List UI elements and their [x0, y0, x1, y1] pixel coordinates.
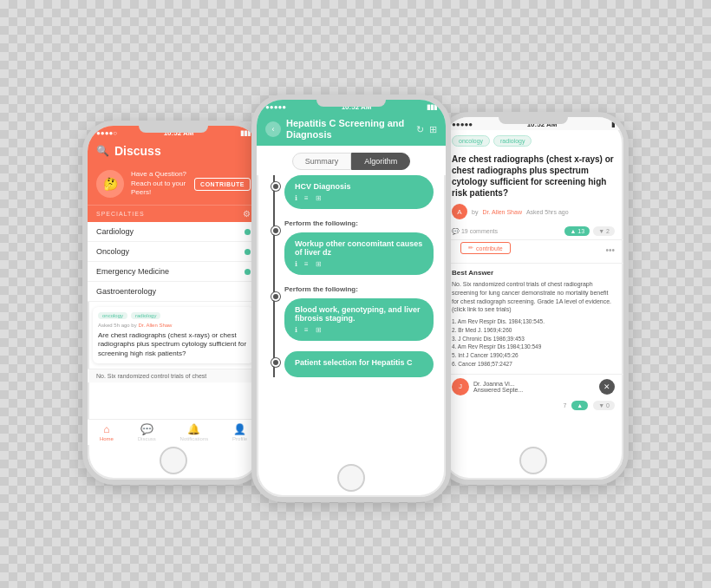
algo-header: ‹ Hepatitis C Screening and Diagnosis ↻ …	[257, 113, 446, 146]
algo-card-2[interactable]: Workup other concomitant causes of liver…	[284, 232, 434, 275]
nav-notifications-label: Notifications	[180, 436, 209, 441]
info-icon-1: ℹ	[295, 194, 297, 202]
node-dot-4	[271, 358, 280, 367]
profile-icon: 👤	[233, 423, 246, 435]
nav-profile-label: Profile	[232, 436, 247, 441]
algo-node-1: HCV Diagnosis ℹ ≡ ⊞	[284, 175, 434, 209]
specialty-oncology[interactable]: Oncology	[88, 242, 259, 262]
answer-author-avatar: J	[452, 378, 469, 395]
node-dot-3	[271, 292, 280, 301]
specialty-name: Cardiology	[96, 227, 134, 236]
section-label-3: Perform the following:	[284, 285, 434, 293]
search-icon[interactable]: 🔍	[96, 145, 109, 157]
article-tag-oncology[interactable]: oncology	[452, 135, 490, 147]
tag-oncology: oncology	[98, 312, 127, 319]
nav-discuss-label: Discuss	[138, 436, 156, 441]
screenshot-container: ●●●●○ 10:52 AM ▮▮▮ 🔍 Discuss 🤔 Have a Qu…	[0, 0, 711, 588]
section-label-2: Perform the following:	[284, 219, 434, 227]
phone-notch-1	[139, 126, 208, 133]
algo-card-3[interactable]: Blood work, genotyping, and liver fibros…	[284, 298, 434, 341]
specialty-name: Gastroenterology	[96, 287, 156, 296]
phone-notch-3	[499, 117, 568, 124]
grid-icon[interactable]: ⊞	[429, 124, 437, 135]
info-icon-3: ℹ	[295, 326, 297, 334]
answer-author-info: Dr. Joanna Vi... Answered Septe...	[473, 381, 523, 393]
answer-author-name: Dr. Joanna Vi...	[473, 381, 523, 387]
article-contribute-button[interactable]: ✏ contribute	[460, 242, 511, 254]
discuss-question-card[interactable]: oncology radiology Asked 5h ago by Dr. A…	[93, 307, 254, 363]
home-button-2[interactable]	[337, 464, 365, 492]
article-tags: oncology radiology	[443, 130, 623, 150]
info-icon-2: ℹ	[295, 260, 297, 268]
phone-notch-2	[316, 100, 386, 107]
home-button-3[interactable]	[519, 447, 547, 474]
algo-card-title-3: Blood work, genotyping, and liver fibros…	[295, 305, 423, 323]
gear-icon[interactable]: ⚙	[243, 209, 251, 219]
discuss-question-text: Are chest radiographs (chest x-rays) or …	[98, 331, 249, 358]
answer-downvote[interactable]: ▼ 0	[593, 401, 615, 410]
tab-summary[interactable]: Summary	[292, 153, 352, 170]
discuss-tags: oncology radiology	[98, 312, 249, 319]
upvote-button[interactable]: ▲ 13	[564, 226, 590, 236]
article-tag-radiology[interactable]: radiology	[493, 135, 532, 147]
node-dot-1	[271, 182, 280, 191]
answer-author-row: J Dr. Joanna Vi... Answered Septe... ✕	[443, 374, 623, 399]
tab-algorithm[interactable]: Algorithm	[351, 153, 410, 170]
author-name[interactable]: Dr. Allen Shaw	[482, 209, 522, 215]
refresh-icon[interactable]: ↻	[416, 124, 424, 135]
algo-node-2: Perform the following: Workup other conc…	[284, 219, 434, 275]
signal-3: ●●●●●	[452, 121, 473, 128]
specialty-name: Oncology	[96, 247, 129, 256]
algo-card-icons-3: ℹ ≡ ⊞	[295, 326, 423, 334]
nav-home-label: Home	[100, 436, 114, 441]
vote-buttons: ▲ 13 ▼ 2	[564, 226, 615, 236]
algo-tabs: Summary Algorithm	[257, 146, 446, 175]
grid-icon-3: ⊞	[316, 326, 322, 334]
downvote-button[interactable]: ▼ 2	[593, 226, 615, 236]
algo-card-title-2: Workup other concomitant causes of liver…	[295, 239, 423, 257]
best-answer-label: Best Answer	[452, 269, 615, 277]
home-button-1[interactable]	[160, 447, 187, 474]
answer-vote-count: 7	[563, 402, 566, 408]
discuss-header: 🔍 Discuss	[88, 139, 259, 163]
ref-6: 6. Cancer 1986;57:2427	[452, 360, 615, 369]
article-question: Are chest radiographs (chest x-rays) or …	[443, 150, 623, 204]
specialties-header: SPECIALTIES ⚙	[88, 206, 259, 222]
notification-icon: 🔔	[187, 423, 200, 435]
back-button[interactable]: ‹	[265, 121, 281, 137]
battery-3: ▮	[611, 121, 615, 128]
close-button[interactable]: ✕	[599, 379, 615, 395]
nav-profile[interactable]: 👤 Profile	[232, 423, 247, 441]
discuss-title: Discuss	[114, 144, 161, 158]
home-icon: ⌂	[103, 423, 109, 435]
answer-upvote[interactable]: ▲	[571, 401, 588, 410]
specialty-cardiology[interactable]: Cardiology	[88, 222, 259, 242]
comments-count: 💬 19 comments	[452, 228, 498, 235]
algo-card-title-1: HCV Diagnosis	[295, 182, 423, 191]
specialty-gastro[interactable]: Gastroenterology	[88, 282, 259, 302]
specialty-emergency[interactable]: Emergency Medicine	[88, 262, 259, 282]
promo-text: Have a Question? Reach out to your Peers…	[131, 170, 187, 197]
more-options-button[interactable]: •••	[605, 245, 615, 255]
algo-card-title-4: Patient selection for Hepatitis C	[295, 358, 423, 367]
algo-card-1[interactable]: HCV Diagnosis ℹ ≡ ⊞	[284, 175, 434, 209]
battery-2: ▮▮▮	[427, 103, 437, 111]
discuss-author: Dr. Allen Shaw	[138, 323, 172, 328]
phone-discuss: ●●●●○ 10:52 AM ▮▮▮ 🔍 Discuss 🤔 Have a Qu…	[82, 121, 264, 485]
algo-header-icons: ↻ ⊞	[416, 124, 437, 135]
algo-card-icons-2: ℹ ≡ ⊞	[295, 260, 423, 268]
tag-radiology: radiology	[131, 312, 160, 319]
discuss-icon: 💬	[140, 423, 153, 435]
ref-5: 5. Int J Cancer 1990;45:26	[452, 351, 615, 360]
algo-timeline: HCV Diagnosis ℹ ≡ ⊞ Perform the followin…	[269, 175, 434, 377]
algo-card-4[interactable]: Patient selection for Hepatitis C	[284, 351, 434, 377]
nav-notifications[interactable]: 🔔 Notifications	[180, 423, 209, 441]
algo-node-3: Perform the following: Blood work, genot…	[284, 285, 434, 341]
nav-discuss[interactable]: 💬 Discuss	[138, 423, 156, 441]
nav-home[interactable]: ⌂ Home	[100, 423, 114, 441]
promo-avatar: 🤔	[96, 170, 124, 198]
best-answer-section: Best Answer No. Six randomized control t…	[443, 263, 623, 374]
contribute-button[interactable]: CONTRIBUTE	[194, 178, 251, 191]
algo-content: HCV Diagnosis ℹ ≡ ⊞ Perform the followin…	[257, 175, 446, 494]
list-icon-2: ≡	[304, 260, 309, 268]
